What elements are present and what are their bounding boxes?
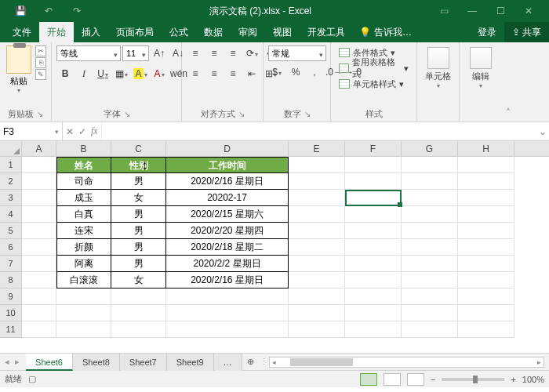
maximize-icon[interactable]: ☐ bbox=[486, 5, 514, 16]
cell[interactable]: 男 bbox=[111, 239, 166, 256]
cell[interactable] bbox=[345, 206, 402, 223]
cell[interactable] bbox=[289, 173, 345, 190]
cell[interactable] bbox=[289, 272, 345, 289]
cell[interactable] bbox=[458, 173, 514, 190]
cell[interactable] bbox=[345, 289, 402, 305]
sheet-nav-icons[interactable]: ◂ ▸ bbox=[0, 357, 26, 367]
italic-button[interactable]: I bbox=[75, 66, 93, 82]
align-top-icon[interactable]: ≡ bbox=[187, 45, 204, 61]
zoom-slider[interactable] bbox=[442, 378, 504, 381]
border-button[interactable]: ▦ bbox=[113, 66, 130, 82]
cell[interactable] bbox=[111, 305, 166, 321]
cell[interactable] bbox=[458, 321, 514, 338]
cell[interactable] bbox=[22, 289, 56, 305]
cell[interactable] bbox=[345, 239, 402, 256]
cell[interactable] bbox=[289, 190, 345, 206]
cell[interactable] bbox=[458, 223, 514, 239]
cell[interactable] bbox=[402, 223, 458, 239]
tab-layout[interactable]: 页面布局 bbox=[108, 22, 162, 42]
currency-icon[interactable]: $ bbox=[268, 64, 285, 80]
column-header[interactable]: F bbox=[345, 141, 402, 156]
row-header[interactable]: 6 bbox=[0, 239, 22, 256]
cell[interactable] bbox=[289, 321, 345, 338]
tab-formula[interactable]: 公式 bbox=[162, 22, 196, 42]
cell[interactable]: 白滚滚 bbox=[56, 272, 111, 289]
decrease-indent-icon[interactable]: ⇤ bbox=[243, 66, 260, 82]
minimize-icon[interactable]: — bbox=[458, 5, 486, 16]
column-header[interactable]: D bbox=[166, 141, 289, 156]
undo-icon[interactable]: ↶ bbox=[35, 5, 63, 16]
fx-icon[interactable]: fx bbox=[91, 125, 98, 137]
orientation-icon[interactable]: ⟳ bbox=[243, 45, 260, 61]
share-button[interactable]: ⇪ 共享 bbox=[504, 22, 549, 42]
cell[interactable]: 性别 bbox=[111, 157, 166, 173]
font-size-select[interactable]: 11 bbox=[122, 45, 149, 61]
cell[interactable]: 男 bbox=[111, 256, 166, 272]
cell[interactable] bbox=[458, 256, 514, 272]
row-header[interactable]: 1 bbox=[0, 157, 22, 173]
cell[interactable] bbox=[345, 321, 402, 338]
horizontal-scrollbar[interactable]: ◂▸ bbox=[269, 357, 544, 368]
cell[interactable]: 2020/2/16 星期日 bbox=[166, 173, 289, 190]
font-name-select[interactable]: 等线 bbox=[56, 45, 121, 61]
login-button[interactable]: 登录 bbox=[470, 22, 504, 42]
tab-home[interactable]: 开始 bbox=[39, 22, 74, 42]
cell[interactable] bbox=[289, 305, 345, 321]
row-header[interactable]: 9 bbox=[0, 289, 22, 305]
cell[interactable]: 连宋 bbox=[56, 223, 111, 239]
select-all-corner[interactable] bbox=[0, 141, 22, 156]
cell[interactable] bbox=[458, 157, 514, 173]
align-left-icon[interactable]: ≡ bbox=[187, 66, 204, 82]
cell[interactable] bbox=[458, 305, 514, 321]
align-right-icon[interactable]: ≡ bbox=[224, 66, 242, 82]
cell[interactable]: 阿离 bbox=[56, 256, 111, 272]
cell[interactable] bbox=[289, 256, 345, 272]
fill-color-button[interactable]: A bbox=[132, 66, 149, 82]
cell[interactable] bbox=[22, 305, 56, 321]
cell[interactable]: 2020/2/2 星期日 bbox=[166, 256, 289, 272]
redo-icon[interactable]: ↷ bbox=[63, 5, 91, 16]
cell[interactable]: 2020/2/16 星期日 bbox=[166, 272, 289, 289]
column-header[interactable]: A bbox=[22, 141, 56, 156]
cell[interactable]: 男 bbox=[111, 173, 166, 190]
cell[interactable]: 2020/2/15 星期六 bbox=[166, 206, 289, 223]
view-normal-icon[interactable] bbox=[360, 373, 377, 386]
copy-icon[interactable]: ⎘ bbox=[35, 57, 46, 68]
cell-styles-button[interactable]: 单元格样式 ▾ bbox=[336, 77, 407, 91]
cell[interactable] bbox=[345, 173, 402, 190]
align-bottom-icon[interactable]: ≡ bbox=[224, 45, 242, 61]
collapse-ribbon-icon[interactable]: ˄ bbox=[502, 42, 514, 122]
cell[interactable] bbox=[402, 272, 458, 289]
row-header[interactable]: 11 bbox=[0, 321, 22, 338]
tab-file[interactable]: 文件 bbox=[5, 22, 39, 42]
cell[interactable] bbox=[22, 256, 56, 272]
cell[interactable] bbox=[56, 305, 111, 321]
cell[interactable] bbox=[22, 239, 56, 256]
sheet-tab-more[interactable]: … bbox=[214, 354, 242, 371]
row-header[interactable]: 2 bbox=[0, 173, 22, 190]
formula-input[interactable] bbox=[102, 122, 536, 140]
cell[interactable] bbox=[345, 272, 402, 289]
cell[interactable] bbox=[289, 206, 345, 223]
cell[interactable]: 司命 bbox=[56, 173, 111, 190]
row-header[interactable]: 8 bbox=[0, 272, 22, 289]
cell[interactable] bbox=[22, 157, 56, 173]
cell[interactable]: 女 bbox=[111, 190, 166, 206]
align-middle-icon[interactable]: ≡ bbox=[205, 45, 223, 61]
ribbon-options-icon[interactable]: ▭ bbox=[430, 5, 458, 16]
underline-button[interactable]: U bbox=[94, 66, 111, 82]
cell[interactable] bbox=[22, 272, 56, 289]
row-header[interactable]: 10 bbox=[0, 305, 22, 321]
close-icon[interactable]: ✕ bbox=[514, 5, 543, 16]
cell[interactable] bbox=[289, 239, 345, 256]
cell[interactable]: 2020/2/20 星期四 bbox=[166, 223, 289, 239]
column-header[interactable]: H bbox=[458, 141, 514, 156]
cell[interactable] bbox=[345, 157, 402, 173]
tab-view[interactable]: 视图 bbox=[265, 22, 300, 42]
cell[interactable] bbox=[458, 239, 514, 256]
sheet-tab[interactable]: Sheet8 bbox=[73, 354, 120, 371]
add-sheet-icon[interactable]: ⊕ bbox=[242, 357, 260, 367]
cell[interactable] bbox=[56, 289, 111, 305]
cell[interactable] bbox=[458, 272, 514, 289]
cell[interactable] bbox=[402, 305, 458, 321]
